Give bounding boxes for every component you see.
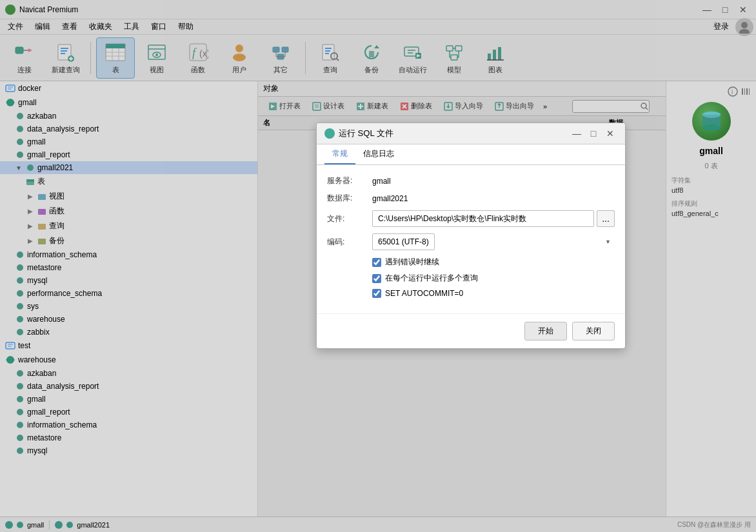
file-input[interactable] [372, 210, 594, 227]
server-row: 服务器: gmall [327, 175, 615, 186]
set-autocommit-checkbox[interactable] [372, 289, 381, 298]
run-multiple-queries-label: 在每个运行中运行多个查询 [385, 273, 478, 284]
encoding-row: 编码: 65001 (UTF-8) [327, 233, 615, 250]
modal-overlay: 运行 SQL 文件 — □ ✕ 常规 信息日志 服务器: gmall 数据库: … [0, 0, 756, 532]
modal-body: 服务器: gmall 数据库: gmall2021 文件: ... 编码: [317, 165, 625, 313]
modal-footer: 开始 关闭 [317, 313, 625, 348]
modal-title-left: 运行 SQL 文件 [324, 128, 393, 139]
svg-point-126 [325, 129, 334, 138]
modal-close-btn[interactable]: ✕ [603, 127, 617, 140]
checkbox-row-2: 在每个运行中运行多个查询 [327, 273, 615, 284]
checkbox-row-1: 遇到错误时继续 [327, 257, 615, 268]
server-label: 服务器: [327, 175, 372, 186]
modal-title-controls: — □ ✕ [570, 127, 617, 140]
sql-file-icon [324, 128, 335, 139]
file-label: 文件: [327, 213, 372, 224]
file-row: 文件: ... [327, 210, 615, 227]
continue-on-error-checkbox[interactable] [372, 258, 381, 267]
database-label: 数据库: [327, 193, 372, 204]
run-multiple-queries-checkbox[interactable] [372, 274, 381, 283]
modal-close-action-btn[interactable]: 关闭 [572, 322, 615, 340]
modal-minimize-btn[interactable]: — [570, 127, 584, 140]
modal-title-bar: 运行 SQL 文件 — □ ✕ [317, 123, 625, 144]
checkbox-row-3: SET AUTOCOMMIT=0 [327, 289, 615, 298]
server-value: gmall [372, 177, 615, 186]
modal-maximize-btn[interactable]: □ [586, 127, 601, 140]
start-button[interactable]: 开始 [524, 322, 567, 340]
encoding-select[interactable]: 65001 (UTF-8) [372, 233, 435, 250]
modal-tab-general[interactable]: 常规 [324, 144, 355, 164]
run-sql-modal: 运行 SQL 文件 — □ ✕ 常规 信息日志 服务器: gmall 数据库: … [316, 123, 626, 349]
modal-tab-log[interactable]: 信息日志 [355, 144, 402, 164]
encoding-label: 编码: [327, 237, 372, 248]
set-autocommit-label: SET AUTOCOMMIT=0 [385, 289, 463, 298]
modal-title-text: 运行 SQL 文件 [339, 128, 393, 139]
continue-on-error-label: 遇到错误时继续 [385, 257, 439, 268]
database-row: 数据库: gmall2021 [327, 193, 615, 204]
modal-tabs: 常规 信息日志 [317, 144, 625, 165]
browse-button[interactable]: ... [597, 210, 615, 227]
modal-title-icon [324, 128, 335, 139]
database-value: gmall2021 [372, 194, 615, 203]
